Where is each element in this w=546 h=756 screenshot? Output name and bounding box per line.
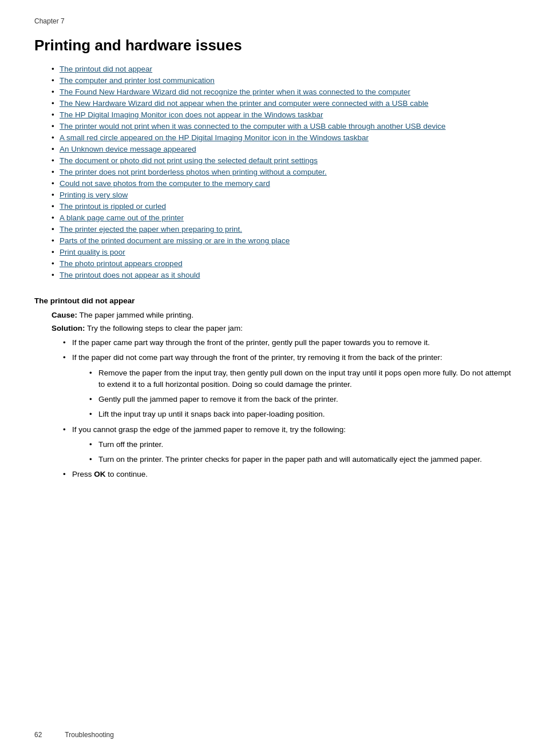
toc-link[interactable]: The computer and printer lost communicat… [60,76,215,85]
toc-item[interactable]: The printer ejected the paper when prepa… [52,225,512,233]
toc-link[interactable]: Could not save photos from the computer … [60,179,270,188]
toc-item[interactable]: The document or photo did not print usin… [52,156,512,165]
list-item: Turn off the printer. [89,439,512,450]
main-bullets: If the paper came part way through the f… [63,337,512,481]
cause-block: Cause: The paper jammed while printing. [52,311,512,319]
toc-link[interactable]: Printing is very slow [60,191,128,199]
toc-item[interactable]: Print quality is poor [52,248,512,256]
nested-bullets: Remove the paper from the input tray, th… [89,367,512,421]
toc-link[interactable]: The HP Digital Imaging Monitor icon does… [60,110,323,119]
cause-label: Cause: [52,311,77,319]
solution-text: Try the following steps to clear the pap… [87,324,243,333]
toc-item[interactable]: Parts of the printed document are missin… [52,236,512,245]
nested-bullets: Turn off the printer.Turn on the printer… [89,439,512,466]
toc-item[interactable]: Could not save photos from the computer … [52,179,512,188]
toc-item[interactable]: The printout does not appear as it shoul… [52,271,512,279]
solution-block: Solution: Try the following steps to cle… [52,324,512,333]
chapter-label: Chapter 7 [34,17,512,25]
toc-item[interactable]: An Unknown device message appeared [52,145,512,153]
toc-link[interactable]: An Unknown device message appeared [60,145,196,153]
toc-item[interactable]: The New Hardware Wizard did not appear w… [52,99,512,108]
toc-item[interactable]: A blank page came out of the printer [52,213,512,222]
toc-item[interactable]: Printing is very slow [52,191,512,199]
toc-link[interactable]: Parts of the printed document are missin… [60,236,290,245]
toc-item[interactable]: The photo printout appears cropped [52,259,512,268]
solution-label: Solution: [52,324,85,333]
list-item: If you cannot grasp the edge of the jamm… [63,424,512,466]
toc-item[interactable]: The printout is rippled or curled [52,202,512,211]
toc-item[interactable]: A small red circle appeared on the HP Di… [52,133,512,142]
toc-link[interactable]: The printout is rippled or curled [60,202,166,211]
footer-section: Troubleshooting [65,731,114,739]
toc-link[interactable]: The printer does not print borderless ph… [60,168,327,176]
toc-item[interactable]: The printer would not print when it was … [52,122,512,130]
section1-header: The printout did not appear [34,296,512,305]
toc-link[interactable]: The printer would not print when it was … [60,122,446,130]
toc-link[interactable]: The New Hardware Wizard did not appear w… [60,99,429,108]
toc-link[interactable]: The document or photo did not print usin… [60,156,318,165]
list-item: Lift the input tray up until it snaps ba… [89,409,512,420]
toc-link[interactable]: A small red circle appeared on the HP Di… [60,133,369,142]
toc-item[interactable]: The printer does not print borderless ph… [52,168,512,176]
list-item: If the paper came part way through the f… [63,337,512,349]
cause-text: The paper jammed while printing. [80,311,194,319]
page-title: Printing and hardware issues [34,37,512,54]
footer-page: 62 [34,731,42,739]
toc-link[interactable]: The printout does not appear as it shoul… [60,271,200,279]
toc-link[interactable]: Print quality is poor [60,248,125,256]
list-item: If the paper did not come part way throu… [63,352,512,420]
list-item: Remove the paper from the input tray, th… [89,367,512,391]
toc-link[interactable]: The printer ejected the paper when prepa… [60,225,242,233]
toc-link[interactable]: The photo printout appears cropped [60,259,183,268]
toc-item[interactable]: The printout did not appear [52,65,512,73]
list-item: Press OK to continue. [63,469,512,480]
footer: 62 Troubleshooting [34,731,114,739]
list-item: Turn on the printer. The printer checks … [89,454,512,465]
toc-list: The printout did not appearThe computer … [52,65,512,279]
list-item: Gently pull the jammed paper to remove i… [89,394,512,405]
toc-item[interactable]: The Found New Hardware Wizard did not re… [52,88,512,96]
toc-item[interactable]: The HP Digital Imaging Monitor icon does… [52,110,512,119]
toc-link[interactable]: The printout did not appear [60,65,152,73]
toc-link[interactable]: A blank page came out of the printer [60,213,184,222]
toc-item[interactable]: The computer and printer lost communicat… [52,76,512,85]
toc-link[interactable]: The Found New Hardware Wizard did not re… [60,88,410,96]
